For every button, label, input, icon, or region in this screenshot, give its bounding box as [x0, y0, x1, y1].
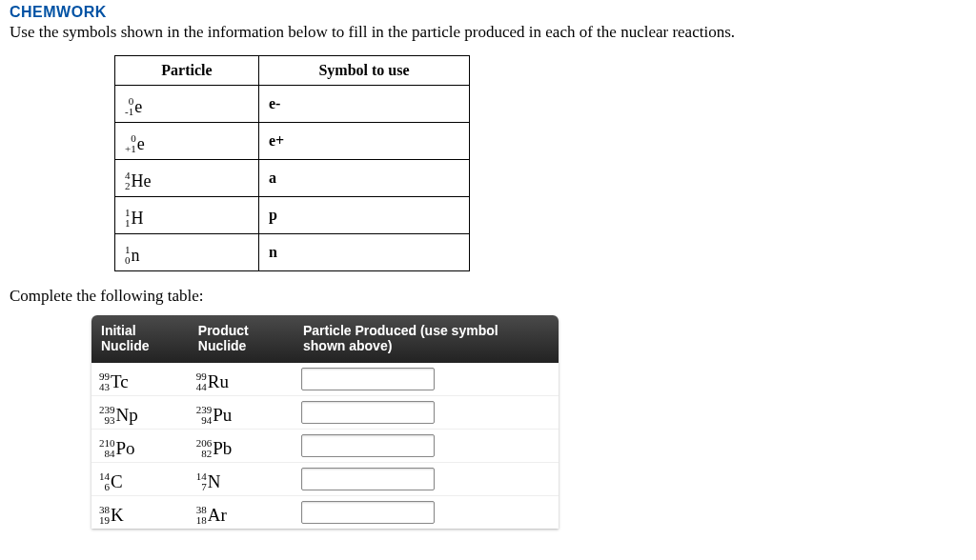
symbol-reference-table: Particle Symbol to use 0-1ee-0+1ee+42Hea… — [114, 55, 470, 271]
symtable-row: 0-1ee- — [115, 86, 470, 123]
anstable-header-initial: InitialNuclide — [92, 315, 189, 363]
anstable-row: 23993Np23994Pu — [92, 395, 559, 429]
symtable-particle: 42He — [115, 160, 259, 197]
symtable-row: 10nn — [115, 234, 470, 271]
symtable-row: 0+1ee+ — [115, 123, 470, 160]
anstable-row: 9943Tc9944Ru — [92, 363, 559, 395]
instruction-text: Use the symbols shown in the information… — [10, 23, 966, 42]
particle-input[interactable] — [301, 501, 435, 524]
particle-input[interactable] — [301, 368, 435, 390]
answer-cell — [294, 462, 559, 495]
anstable-row: 146C147N — [92, 462, 559, 495]
product-nuclide: 147N — [189, 462, 294, 495]
product-nuclide: 23994Pu — [189, 395, 294, 429]
complete-label: Complete the following table: — [10, 287, 966, 306]
answer-cell — [294, 395, 559, 429]
answer-cell — [294, 495, 559, 529]
particle-input[interactable] — [301, 401, 435, 424]
anstable-header-answer: Particle Produced (use symbolshown above… — [294, 315, 559, 363]
symtable-body: 0-1ee-0+1ee+42Hea11Hp10nn — [115, 86, 470, 271]
answer-table: InitialNuclide ProductNuclide Particle P… — [92, 315, 559, 529]
symtable-symbol: a — [259, 160, 470, 197]
symtable-symbol: p — [259, 197, 470, 234]
initial-nuclide: 9943Tc — [92, 363, 189, 395]
anstable-row: 3819K3818Ar — [92, 495, 559, 529]
initial-nuclide: 3819K — [92, 495, 189, 529]
particle-input[interactable] — [301, 434, 435, 457]
product-nuclide: 9944Ru — [189, 363, 294, 395]
particle-input[interactable] — [301, 468, 435, 490]
initial-nuclide: 146C — [92, 462, 189, 495]
symtable-particle: 11H — [115, 197, 259, 234]
answer-cell — [294, 429, 559, 462]
symtable-particle: 0+1e — [115, 123, 259, 160]
symtable-symbol: e+ — [259, 123, 470, 160]
anstable-row: 21084Po20682Pb — [92, 429, 559, 462]
symtable-header-particle: Particle — [115, 56, 259, 86]
symtable-row: 42Hea — [115, 160, 470, 197]
symtable-header-symbol: Symbol to use — [259, 56, 470, 86]
answer-cell — [294, 363, 559, 395]
brand-title: CHEMWORK — [10, 4, 966, 21]
product-nuclide: 3818Ar — [189, 495, 294, 529]
symtable-particle: 10n — [115, 234, 259, 271]
symtable-symbol: n — [259, 234, 470, 271]
symtable-symbol: e- — [259, 86, 470, 123]
initial-nuclide: 21084Po — [92, 429, 189, 462]
symtable-row: 11Hp — [115, 197, 470, 234]
symtable-particle: 0-1e — [115, 86, 259, 123]
anstable-body: 9943Tc9944Ru23993Np23994Pu21084Po20682Pb… — [92, 363, 559, 529]
initial-nuclide: 23993Np — [92, 395, 189, 429]
anstable-header-product: ProductNuclide — [189, 315, 294, 363]
product-nuclide: 20682Pb — [189, 429, 294, 462]
